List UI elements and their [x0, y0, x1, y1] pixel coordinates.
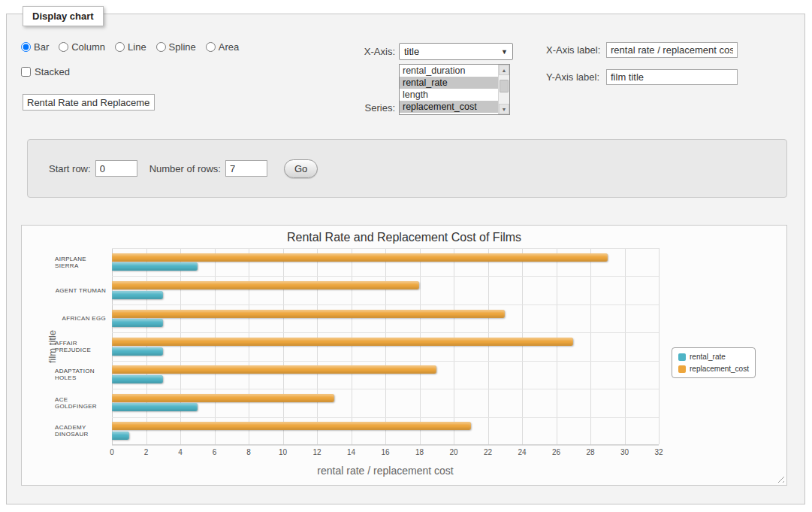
bar-rental_rate[interactable]: [112, 262, 198, 271]
num-rows-label: Number of rows:: [149, 163, 221, 174]
tick-label: 0: [110, 448, 114, 456]
chart-type-radio-column[interactable]: Column: [59, 41, 105, 53]
tick-label: 8: [246, 448, 251, 456]
radio-input-bar[interactable]: [21, 42, 31, 52]
page: Display chart BarColumnLineSplineArea St…: [0, 0, 812, 512]
category-label: AFFAIR PREJUDICE: [55, 332, 112, 360]
chart-legend: rental_ratereplacement_cost: [672, 347, 756, 378]
chart-type-radio-area[interactable]: Area: [206, 41, 239, 53]
series-scrollbar[interactable]: ▲ ▼: [498, 65, 509, 114]
scroll-thumb[interactable]: [500, 80, 509, 92]
bar-replacement_cost[interactable]: [112, 365, 436, 374]
gridline: [557, 248, 557, 444]
plot-area: [112, 248, 659, 445]
bar-rental_rate[interactable]: [112, 375, 163, 383]
bar-replacement_cost[interactable]: [112, 338, 573, 346]
bar-replacement_cost[interactable]: [112, 281, 419, 289]
series-multiselect[interactable]: rental_durationrental_ratelengthreplacem…: [399, 64, 510, 115]
series-option-length[interactable]: length: [400, 89, 498, 101]
chart-type-radio-bar[interactable]: Bar: [21, 41, 49, 53]
radio-label: Column: [71, 41, 105, 53]
radio-label: Area: [219, 41, 239, 53]
go-button[interactable]: Go: [284, 159, 318, 178]
row-divider: [112, 389, 659, 389]
series-option-rental_duration[interactable]: rental_duration: [400, 65, 498, 77]
tick-label: 4: [178, 448, 183, 456]
gridline: [625, 248, 626, 444]
chart-title-input[interactable]: [23, 94, 155, 111]
gridline: [215, 248, 216, 444]
row-divider: [112, 361, 659, 362]
bar-replacement_cost[interactable]: [112, 422, 471, 430]
xaxis-label-input[interactable]: [606, 42, 738, 58]
scroll-up-button[interactable]: ▲: [499, 65, 509, 75]
select-dropdown-arrow-icon: ▼: [501, 48, 508, 56]
bar-replacement_cost[interactable]: [112, 253, 608, 262]
gridline: [180, 248, 181, 444]
row-range-panel: Start row: Number of rows: Go: [27, 139, 787, 198]
radio-input-area[interactable]: [206, 42, 216, 52]
row-divider: [112, 248, 659, 249]
tick-label: 12: [312, 448, 321, 456]
num-rows-input[interactable]: [225, 160, 267, 177]
chart-title: Rental Rate and Replacement Cost of Film…: [22, 231, 786, 244]
chart-type-radio-spline[interactable]: Spline: [156, 41, 196, 53]
chart-type-radio-line[interactable]: Line: [115, 41, 146, 53]
category-label: AFRICAN EGG: [55, 304, 112, 332]
bar-rental_rate[interactable]: [112, 432, 129, 440]
start-row-label: Start row:: [49, 163, 91, 174]
stacked-checkbox[interactable]: [21, 67, 31, 77]
value-axis-ticks: 02468101214161820222426283032: [112, 448, 659, 459]
bar-rental_rate[interactable]: [112, 403, 198, 411]
resize-handle-icon[interactable]: [775, 474, 784, 483]
xaxis-label-label: X-Axis label:: [546, 44, 602, 56]
gridline: [590, 248, 591, 444]
category-label: AGENT TRUMAN: [55, 276, 112, 304]
xaxis-selected-value: title: [404, 46, 419, 57]
radio-label: Line: [128, 41, 146, 53]
tick-label: 28: [586, 448, 594, 456]
scroll-track[interactable]: [499, 75, 509, 104]
start-row-input[interactable]: [95, 160, 137, 177]
tick-label: 16: [381, 448, 389, 456]
radio-label: Bar: [34, 41, 49, 53]
series-option-replacement_cost[interactable]: replacement_cost: [400, 101, 498, 113]
bar-replacement_cost[interactable]: [112, 310, 505, 318]
scroll-down-button[interactable]: ▼: [499, 104, 509, 114]
gridline: [659, 248, 660, 444]
tick-label: 6: [213, 448, 217, 456]
gridline: [283, 248, 284, 444]
bar-rental_rate[interactable]: [112, 291, 163, 299]
radio-input-line[interactable]: [115, 42, 125, 52]
gridline: [385, 248, 386, 444]
radio-label: Spline: [169, 41, 196, 53]
gridline: [488, 248, 489, 444]
tick-label: 22: [484, 448, 492, 456]
tick-label: 30: [620, 448, 629, 456]
bar-rental_rate[interactable]: [112, 319, 163, 327]
legend-entry-replacement_cost[interactable]: replacement_cost: [678, 365, 749, 373]
legend-entry-rental_rate[interactable]: rental_rate: [678, 353, 749, 361]
gridline: [454, 248, 454, 444]
xaxis-select-label: X-Axis:: [338, 46, 395, 57]
yaxis-label-input[interactable]: [606, 69, 738, 85]
bar-rental_rate[interactable]: [112, 347, 163, 356]
xaxis-title: rental rate / replacement cost: [112, 465, 659, 477]
radio-input-column[interactable]: [59, 42, 68, 52]
tick-label: 24: [518, 448, 526, 456]
row-divider: [112, 304, 659, 305]
legend-swatch-icon: [678, 365, 686, 373]
tick-label: 26: [552, 448, 560, 456]
legend-swatch-icon: [678, 353, 686, 361]
chart-type-radio-group: BarColumnLineSplineArea: [21, 41, 239, 53]
xaxis-select[interactable]: title ▼: [399, 43, 513, 60]
radio-input-spline[interactable]: [156, 42, 166, 52]
bar-replacement_cost[interactable]: [112, 394, 334, 402]
series-options-list: rental_durationrental_ratelengthreplacem…: [400, 65, 498, 114]
chart-container: Rental Rate and Replacement Cost of Film…: [21, 225, 787, 486]
tick-label: 18: [415, 448, 424, 456]
series-option-rental_rate[interactable]: rental_rate: [400, 77, 498, 89]
yaxis-label-row: Y-Axis label:: [546, 69, 738, 85]
stacked-checkbox-row[interactable]: Stacked: [21, 66, 70, 77]
category-label: ADAPTATION HOLES: [55, 361, 112, 389]
